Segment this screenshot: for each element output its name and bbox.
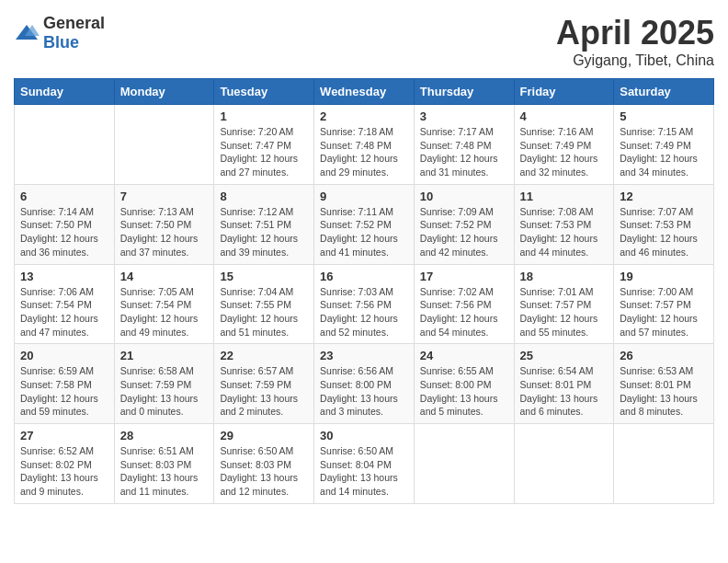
day-info: Sunrise: 7:00 AMSunset: 7:57 PMDaylight:… bbox=[620, 285, 708, 339]
calendar-cell: 15Sunrise: 7:04 AMSunset: 7:55 PMDayligh… bbox=[214, 264, 314, 344]
calendar-cell: 14Sunrise: 7:05 AMSunset: 7:54 PMDayligh… bbox=[114, 264, 214, 344]
week-row-5: 27Sunrise: 6:52 AMSunset: 8:02 PMDayligh… bbox=[15, 424, 714, 504]
calendar-cell: 12Sunrise: 7:07 AMSunset: 7:53 PMDayligh… bbox=[614, 184, 714, 264]
calendar-cell: 20Sunrise: 6:59 AMSunset: 7:58 PMDayligh… bbox=[15, 344, 115, 424]
day-number: 3 bbox=[420, 109, 508, 123]
day-info: Sunrise: 7:18 AMSunset: 7:48 PMDaylight:… bbox=[320, 125, 408, 179]
day-info: Sunrise: 7:20 AMSunset: 7:47 PMDaylight:… bbox=[220, 125, 308, 179]
week-row-2: 6Sunrise: 7:14 AMSunset: 7:50 PMDaylight… bbox=[15, 184, 714, 264]
day-number: 29 bbox=[220, 429, 308, 442]
day-number: 27 bbox=[20, 429, 108, 442]
week-row-1: 1Sunrise: 7:20 AMSunset: 7:47 PMDaylight… bbox=[15, 105, 714, 185]
day-number: 7 bbox=[120, 190, 209, 203]
day-info: Sunrise: 7:05 AMSunset: 7:54 PMDaylight:… bbox=[120, 285, 209, 339]
calendar-cell: 29Sunrise: 6:50 AMSunset: 8:03 PMDayligh… bbox=[214, 424, 314, 504]
calendar-cell: 27Sunrise: 6:52 AMSunset: 8:02 PMDayligh… bbox=[15, 424, 115, 504]
day-info: Sunrise: 7:06 AMSunset: 7:54 PMDaylight:… bbox=[20, 285, 108, 339]
calendar-cell: 18Sunrise: 7:01 AMSunset: 7:57 PMDayligh… bbox=[514, 264, 614, 344]
logo-general: General bbox=[43, 14, 105, 32]
calendar-cell: 5Sunrise: 7:15 AMSunset: 7:49 PMDaylight… bbox=[614, 105, 714, 185]
day-number: 17 bbox=[420, 270, 508, 283]
calendar-cell: 24Sunrise: 6:55 AMSunset: 8:00 PMDayligh… bbox=[414, 344, 514, 424]
weekday-header-thursday: Thursday bbox=[414, 79, 514, 105]
day-info: Sunrise: 7:02 AMSunset: 7:56 PMDaylight:… bbox=[420, 285, 508, 339]
calendar-cell: 11Sunrise: 7:08 AMSunset: 7:53 PMDayligh… bbox=[514, 184, 614, 264]
day-number: 28 bbox=[120, 429, 209, 442]
day-info: Sunrise: 6:53 AMSunset: 8:01 PMDaylight:… bbox=[620, 364, 708, 419]
day-number: 16 bbox=[320, 270, 408, 283]
day-number: 13 bbox=[20, 270, 108, 283]
weekday-header-saturday: Saturday bbox=[614, 79, 714, 105]
week-row-4: 20Sunrise: 6:59 AMSunset: 7:58 PMDayligh… bbox=[15, 344, 714, 424]
location-subtitle: Gyigang, Tibet, China bbox=[556, 52, 714, 69]
calendar-cell: 2Sunrise: 7:18 AMSunset: 7:48 PMDaylight… bbox=[314, 105, 415, 185]
day-info: Sunrise: 7:16 AMSunset: 7:49 PMDaylight:… bbox=[520, 125, 609, 179]
day-info: Sunrise: 6:56 AMSunset: 8:00 PMDaylight:… bbox=[320, 364, 408, 419]
calendar-cell: 3Sunrise: 7:17 AMSunset: 7:48 PMDaylight… bbox=[414, 105, 514, 185]
day-number: 4 bbox=[520, 109, 609, 123]
calendar-cell: 25Sunrise: 6:54 AMSunset: 8:01 PMDayligh… bbox=[514, 344, 614, 424]
day-number: 30 bbox=[320, 429, 408, 442]
day-info: Sunrise: 7:03 AMSunset: 7:56 PMDaylight:… bbox=[320, 285, 408, 339]
day-number: 6 bbox=[20, 190, 108, 203]
day-info: Sunrise: 7:07 AMSunset: 7:53 PMDaylight:… bbox=[620, 205, 708, 259]
day-info: Sunrise: 7:09 AMSunset: 7:52 PMDaylight:… bbox=[420, 205, 508, 259]
day-number: 2 bbox=[320, 109, 408, 123]
day-info: Sunrise: 7:08 AMSunset: 7:53 PMDaylight:… bbox=[520, 205, 609, 259]
week-row-3: 13Sunrise: 7:06 AMSunset: 7:54 PMDayligh… bbox=[15, 264, 714, 344]
calendar-cell bbox=[614, 424, 714, 504]
day-number: 19 bbox=[620, 270, 708, 283]
weekday-header-monday: Monday bbox=[114, 79, 214, 105]
calendar-cell: 13Sunrise: 7:06 AMSunset: 7:54 PMDayligh… bbox=[15, 264, 115, 344]
calendar-cell: 21Sunrise: 6:58 AMSunset: 7:59 PMDayligh… bbox=[114, 344, 214, 424]
calendar-cell: 28Sunrise: 6:51 AMSunset: 8:03 PMDayligh… bbox=[114, 424, 214, 504]
calendar-cell: 9Sunrise: 7:11 AMSunset: 7:52 PMDaylight… bbox=[314, 184, 415, 264]
weekday-header-friday: Friday bbox=[514, 79, 614, 105]
day-info: Sunrise: 7:17 AMSunset: 7:48 PMDaylight:… bbox=[420, 125, 508, 179]
day-number: 5 bbox=[620, 109, 708, 123]
day-number: 8 bbox=[220, 190, 308, 203]
day-info: Sunrise: 6:50 AMSunset: 8:03 PMDaylight:… bbox=[220, 444, 308, 499]
day-info: Sunrise: 7:15 AMSunset: 7:49 PMDaylight:… bbox=[620, 125, 708, 179]
logo-icon bbox=[14, 23, 40, 43]
day-number: 26 bbox=[620, 349, 708, 362]
calendar-cell: 19Sunrise: 7:00 AMSunset: 7:57 PMDayligh… bbox=[614, 264, 714, 344]
day-number: 10 bbox=[420, 190, 508, 203]
calendar-cell: 7Sunrise: 7:13 AMSunset: 7:50 PMDaylight… bbox=[114, 184, 214, 264]
day-number: 18 bbox=[520, 270, 609, 283]
day-info: Sunrise: 7:11 AMSunset: 7:52 PMDaylight:… bbox=[320, 205, 408, 259]
calendar-cell: 23Sunrise: 6:56 AMSunset: 8:00 PMDayligh… bbox=[314, 344, 415, 424]
day-info: Sunrise: 6:52 AMSunset: 8:02 PMDaylight:… bbox=[20, 444, 108, 499]
calendar-cell: 26Sunrise: 6:53 AMSunset: 8:01 PMDayligh… bbox=[614, 344, 714, 424]
weekday-header-tuesday: Tuesday bbox=[214, 79, 314, 105]
calendar-cell: 17Sunrise: 7:02 AMSunset: 7:56 PMDayligh… bbox=[414, 264, 514, 344]
day-info: Sunrise: 7:04 AMSunset: 7:55 PMDaylight:… bbox=[220, 285, 308, 339]
calendar-title: April 2025 bbox=[556, 14, 714, 52]
day-info: Sunrise: 7:01 AMSunset: 7:57 PMDaylight:… bbox=[520, 285, 609, 339]
day-info: Sunrise: 6:57 AMSunset: 7:59 PMDaylight:… bbox=[220, 364, 308, 419]
day-number: 20 bbox=[20, 349, 108, 362]
calendar-table: SundayMondayTuesdayWednesdayThursdayFrid… bbox=[14, 78, 714, 504]
day-info: Sunrise: 6:54 AMSunset: 8:01 PMDaylight:… bbox=[520, 364, 609, 419]
day-info: Sunrise: 7:13 AMSunset: 7:50 PMDaylight:… bbox=[120, 205, 209, 259]
calendar-cell: 22Sunrise: 6:57 AMSunset: 7:59 PMDayligh… bbox=[214, 344, 314, 424]
day-number: 1 bbox=[220, 109, 308, 123]
day-info: Sunrise: 7:12 AMSunset: 7:51 PMDaylight:… bbox=[220, 205, 308, 259]
calendar-cell: 16Sunrise: 7:03 AMSunset: 7:56 PMDayligh… bbox=[314, 264, 415, 344]
title-section: April 2025 Gyigang, Tibet, China bbox=[556, 14, 714, 69]
day-info: Sunrise: 6:55 AMSunset: 8:00 PMDaylight:… bbox=[420, 364, 508, 419]
calendar-cell: 10Sunrise: 7:09 AMSunset: 7:52 PMDayligh… bbox=[414, 184, 514, 264]
page-header: General Blue April 2025 Gyigang, Tibet, … bbox=[14, 14, 714, 69]
day-number: 15 bbox=[220, 270, 308, 283]
day-number: 11 bbox=[520, 190, 609, 203]
day-info: Sunrise: 6:58 AMSunset: 7:59 PMDaylight:… bbox=[120, 364, 209, 419]
calendar-cell: 4Sunrise: 7:16 AMSunset: 7:49 PMDaylight… bbox=[514, 105, 614, 185]
day-number: 24 bbox=[420, 349, 508, 362]
logo-blue: Blue bbox=[43, 33, 79, 52]
calendar-cell bbox=[114, 105, 214, 185]
day-number: 23 bbox=[320, 349, 408, 362]
day-number: 21 bbox=[120, 349, 209, 362]
day-number: 12 bbox=[620, 190, 708, 203]
calendar-cell: 30Sunrise: 6:50 AMSunset: 8:04 PMDayligh… bbox=[314, 424, 415, 504]
calendar-cell: 6Sunrise: 7:14 AMSunset: 7:50 PMDaylight… bbox=[15, 184, 115, 264]
